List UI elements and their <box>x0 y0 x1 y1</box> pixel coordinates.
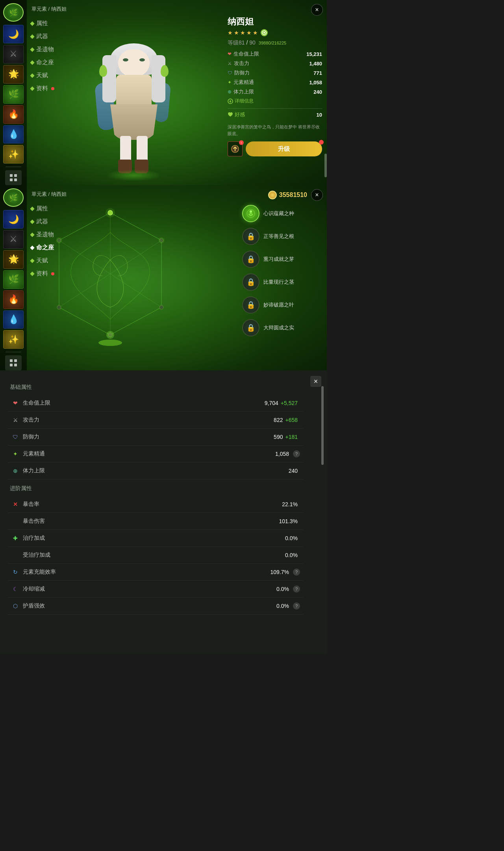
sidebar-char-6-2[interactable]: 💧 <box>3 310 24 329</box>
detail-link[interactable]: 详细信息 <box>228 98 322 104</box>
close-button-3[interactable]: × <box>310 376 321 387</box>
sidebar-char-6[interactable]: 💧 <box>3 125 24 144</box>
stat-help-recharge[interactable]: ? <box>293 569 300 576</box>
base-stat-row-def: 🛡 防御力 590 +181 <box>8 429 303 446</box>
atk-icon: ⚔ <box>228 61 232 66</box>
constellation-nodes: 心识蕴藏之种 🔒 正等善见之根 🔒 熏习成就之芽 🔒 比量现行之茎 🔒 妙谛破愿… <box>242 205 321 336</box>
stat-icon-def: 🛡 <box>11 433 20 441</box>
nav-diamond <box>30 232 34 237</box>
svg-rect-0 <box>10 174 13 177</box>
nav-diamond <box>30 86 34 91</box>
nav-item-ziliao[interactable]: 资料 <box>31 85 54 92</box>
stat-detail-base-stamina: 240 <box>289 468 298 474</box>
gold-display: 35581510 <box>268 191 307 199</box>
stat-help-cooldown[interactable]: ? <box>293 585 300 593</box>
heart-icon <box>228 112 233 117</box>
svg-point-20 <box>57 305 61 309</box>
stat-row-atk: ⚔ 攻击力 1,480 <box>228 60 322 67</box>
nav-diamond <box>30 271 34 276</box>
nav-item-shuxing[interactable]: 属性 <box>31 20 54 27</box>
sidebar-grid-button-2[interactable] <box>5 355 22 370</box>
nav-label-tiancai: 天赋 <box>36 72 48 79</box>
nav-diamond <box>30 21 34 26</box>
nav-item-shengyi[interactable]: 圣遗物 <box>31 46 54 53</box>
nav-diamond <box>30 60 34 65</box>
eye-right <box>139 58 145 61</box>
sidebar-char-2[interactable]: ⚔ <box>3 45 24 63</box>
svg-point-18 <box>159 305 163 309</box>
ear-right <box>161 65 169 77</box>
sidebar-char-3[interactable]: 🌟 <box>3 65 24 84</box>
stat-icon-recharge: ↻ <box>11 568 20 576</box>
char-description: 深居净善宫的笼中之鸟，只能在梦中 将世界尽收眼底。 <box>228 124 322 137</box>
constellation-glyph-1 <box>246 208 256 219</box>
constellation-node-2[interactable]: 🔒 正等善见之根 <box>242 228 321 245</box>
sidebar-char-4[interactable]: 🌿 <box>3 85 24 104</box>
svg-rect-2 <box>10 178 13 181</box>
nav-label-wuqi: 武器 <box>36 33 48 40</box>
constellation-node-6[interactable]: 🔒 大辩圆成之实 <box>242 319 321 336</box>
breadcrumb: 草元素 / 纳西妲 <box>32 6 67 13</box>
sidebar-char-3-2[interactable]: 🌟 <box>3 250 24 269</box>
sidebar-grid-button[interactable] <box>5 170 22 185</box>
scrollbar-p1[interactable] <box>324 154 327 177</box>
stat-row-stamina: ⊕ 体力上限 240 <box>228 88 322 95</box>
base-stat-row-stamina: ⊕ 体力上限 240 <box>8 463 303 479</box>
adv-stat-row-shield: ⬡ 护盾强效 0.0% ? <box>8 598 303 615</box>
scrollbar-p3[interactable] <box>321 386 324 465</box>
character-display <box>79 8 189 177</box>
svg-point-5 <box>263 32 265 33</box>
sidebar-char-1-2[interactable]: 🌙 <box>3 210 24 229</box>
const-circle-5: 🔒 <box>242 296 259 314</box>
upgrade-material-icon[interactable]: ! <box>228 141 243 156</box>
active-character-avatar[interactable]: 🌿 <box>3 3 24 22</box>
warn-dot-ziliao <box>51 87 54 90</box>
affinity-value: 10 <box>317 112 322 118</box>
active-character-avatar-2[interactable]: 🌿 <box>3 188 24 207</box>
sidebar-divider <box>6 167 21 167</box>
constellation-node-4[interactable]: 🔒 比量现行之茎 <box>242 273 321 291</box>
stat-detail-base-def: 590 <box>274 434 283 440</box>
eye-left <box>123 58 128 61</box>
sidebar-char-4-2[interactable]: 🌿 <box>3 270 24 289</box>
stat-detail-label-cooldown: 冷却缩减 <box>23 585 276 593</box>
adv-stat-row-recharge: ↻ 元素充能效率 109.7% ? <box>8 564 303 581</box>
const-circle-2: 🔒 <box>242 228 259 245</box>
star2: ★ <box>234 30 239 36</box>
sidebar-char-5-2[interactable]: 🔥 <box>3 290 24 309</box>
nav-item-mingzuo[interactable]: 命之座 <box>31 59 54 66</box>
nav-item-wuqi[interactable]: 武器 <box>31 33 54 40</box>
const-node-name-3: 熏习成就之芽 <box>263 256 294 263</box>
constellation-node-3[interactable]: 🔒 熏习成就之芽 <box>242 251 321 268</box>
nav-label-mingzuo: 命之座 <box>36 59 54 66</box>
svg-point-22 <box>98 340 122 346</box>
coin-icon <box>268 191 277 199</box>
avatar-nahida-2: 🌿 <box>6 191 20 205</box>
stat-help-mastery[interactable]: ? <box>293 450 300 457</box>
stat-detail-base-recharge: 109.7% <box>271 569 289 575</box>
element-icon <box>261 29 268 36</box>
nav-item-tiancai[interactable]: 天赋 <box>31 72 54 79</box>
svg-rect-1 <box>14 174 17 177</box>
sidebar-char-1[interactable]: 🌙 <box>3 25 24 43</box>
upgrade-button[interactable]: 升级 <box>246 141 322 156</box>
close-button[interactable]: × <box>311 4 323 16</box>
sidebar-char-5[interactable]: 🔥 <box>3 105 24 124</box>
upgrade-btn-badge <box>319 140 324 145</box>
svg-rect-3 <box>14 178 17 181</box>
close-button-2[interactable]: × <box>311 189 323 201</box>
star1: ★ <box>228 30 233 36</box>
sidebar-char-7-2[interactable]: ✨ <box>3 330 24 349</box>
stat-detail-label-def: 防御力 <box>23 433 274 440</box>
def-icon: 🛡 <box>228 70 232 76</box>
sidebar-char-2-2[interactable]: ⚔ <box>3 230 24 249</box>
stat-help-shield[interactable]: ? <box>293 602 300 609</box>
sidebar-char-7[interactable]: ✨ <box>3 145 24 164</box>
const-circle-1 <box>242 205 259 222</box>
affinity-label: 好感 <box>228 111 245 118</box>
constellation-node-5[interactable]: 🔒 妙谛破愿之叶 <box>242 296 321 314</box>
stat-detail-base-cooldown: 0.0% <box>276 586 289 592</box>
level-up-icon <box>231 145 239 153</box>
constellation-node-1[interactable]: 心识蕴藏之种 <box>242 205 321 222</box>
svg-rect-11 <box>14 364 17 366</box>
